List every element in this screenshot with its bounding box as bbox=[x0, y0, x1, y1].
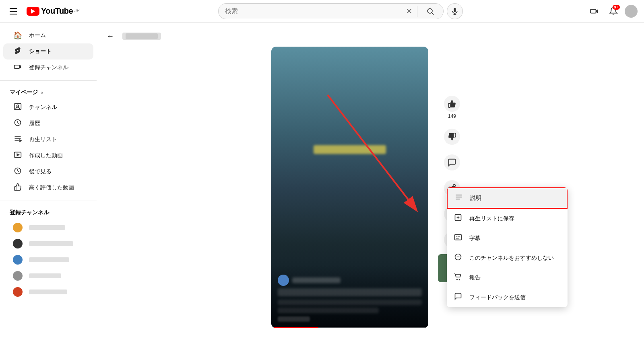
shorts-video-overlay bbox=[271, 265, 428, 328]
hamburger-menu-button[interactable] bbox=[6, 5, 20, 18]
sidebar-channel-1[interactable] bbox=[3, 220, 93, 236]
sidebar-channel-2[interactable] bbox=[3, 236, 93, 252]
shorts-progress-bar-container bbox=[271, 327, 428, 328]
channel-icon bbox=[13, 103, 23, 113]
shorts-watermark-text bbox=[314, 145, 386, 154]
like-icon bbox=[444, 96, 460, 112]
sidebar-channel-5[interactable] bbox=[3, 284, 93, 300]
user-avatar[interactable] bbox=[625, 5, 638, 18]
not-recommend-icon bbox=[453, 253, 463, 263]
sidebar-label-history: 履歴 bbox=[29, 120, 40, 127]
dropdown-item-subtitles[interactable]: 字幕 bbox=[447, 228, 568, 248]
shorts-player-wrapper: 149 bbox=[271, 47, 469, 328]
svg-marker-17 bbox=[17, 154, 19, 156]
voice-search-button[interactable] bbox=[447, 3, 463, 19]
sidebar-label-watch-later: 後で見る bbox=[29, 168, 52, 175]
comment-icon bbox=[444, 154, 460, 170]
shorts-video-player[interactable] bbox=[271, 47, 428, 328]
clear-search-button[interactable]: ✕ bbox=[401, 3, 417, 19]
sidebar-channel-3[interactable] bbox=[3, 252, 93, 268]
sidebar-channel-4[interactable] bbox=[3, 268, 93, 284]
sidebar-label-shorts: ショート bbox=[29, 48, 52, 55]
channel-avatar-3 bbox=[13, 255, 23, 265]
mypage-section-title[interactable]: マイページ › bbox=[0, 86, 97, 99]
dislike-icon bbox=[444, 129, 460, 145]
watch-later-icon bbox=[13, 167, 23, 177]
back-arrow-icon: ← bbox=[107, 32, 114, 41]
notification-badge: 9+ bbox=[613, 5, 620, 10]
sidebar-item-watch-later[interactable]: 後で見る bbox=[3, 164, 93, 180]
svg-point-0 bbox=[427, 8, 432, 13]
chevron-right-icon: › bbox=[41, 89, 43, 96]
youtube-logo-icon bbox=[27, 7, 39, 16]
channel-name-blur-2 bbox=[29, 241, 73, 246]
sidebar-item-home[interactable]: 🏠 ホーム bbox=[3, 27, 93, 43]
youtube-wordmark: YouTube bbox=[41, 6, 73, 16]
header-center: ✕ bbox=[95, 3, 586, 19]
subscriptions-section-title: 登録チャンネル bbox=[0, 206, 97, 220]
my-videos-icon bbox=[13, 151, 23, 161]
back-button[interactable]: ← bbox=[103, 29, 118, 43]
channel-name-blur-1 bbox=[29, 225, 65, 230]
dropdown-item-save-playlist[interactable]: 再生リストに保存 bbox=[447, 209, 568, 228]
logo-area[interactable]: YouTube JP bbox=[27, 6, 80, 16]
channel-avatar-4 bbox=[13, 271, 23, 281]
like-button[interactable]: 149 bbox=[441, 92, 463, 122]
svg-point-42 bbox=[457, 279, 458, 280]
svg-point-10 bbox=[17, 105, 19, 107]
header: YouTube JP ✕ bbox=[0, 0, 644, 23]
channel-avatar-2 bbox=[13, 239, 23, 248]
sidebar-label-channel: チャンネル bbox=[29, 104, 57, 111]
channel-name-blur-3 bbox=[29, 257, 69, 262]
channel-avatar-5 bbox=[13, 287, 23, 297]
sidebar-divider-2 bbox=[0, 201, 97, 201]
header-left: YouTube JP bbox=[6, 5, 95, 18]
sidebar: 🏠 ホーム ショート 登録チャンネル マイページ › チャンネル bbox=[0, 23, 97, 347]
home-icon: 🏠 bbox=[13, 31, 23, 40]
sidebar-item-shorts[interactable]: ショート bbox=[3, 43, 93, 60]
channel-avatar-1 bbox=[13, 223, 23, 232]
report-icon bbox=[453, 273, 463, 283]
save-playlist-icon bbox=[453, 214, 463, 224]
dropdown-item-description[interactable]: 説明 bbox=[447, 187, 568, 209]
sidebar-item-playlist[interactable]: 再生リスト bbox=[3, 131, 93, 148]
shorts-video-column bbox=[271, 47, 428, 328]
sidebar-item-channel[interactable]: チャンネル bbox=[3, 99, 93, 115]
channel-name-blur-4 bbox=[29, 273, 61, 278]
sidebar-item-my-videos[interactable]: 作成した動画 bbox=[3, 148, 93, 164]
dropdown-item-report[interactable]: 報告 bbox=[447, 268, 568, 287]
dropdown-item-not-recommend[interactable]: このチャンネルをおすすめしない bbox=[447, 248, 568, 268]
shorts-channel-name-blur bbox=[292, 277, 341, 283]
sidebar-item-liked[interactable]: 高く評価した動画 bbox=[3, 180, 93, 196]
dropdown-item-feedback[interactable]: フィードバックを送信 bbox=[447, 287, 568, 307]
feedback-icon bbox=[453, 292, 463, 302]
create-icon bbox=[590, 7, 599, 16]
create-button[interactable] bbox=[586, 3, 602, 19]
comment-button[interactable] bbox=[441, 151, 463, 174]
shorts-desc-blur-1 bbox=[278, 300, 422, 305]
sidebar-item-subscriptions[interactable]: 登録チャンネル bbox=[3, 60, 93, 76]
main-layout: 🏠 ホーム ショート 登録チャンネル マイページ › チャンネル bbox=[0, 23, 644, 347]
shorts-channel-avatar bbox=[278, 275, 289, 286]
dropdown-menu: 説明 再生リストに保存 字幕 bbox=[447, 187, 568, 307]
shorts-progress-indicator bbox=[271, 327, 318, 328]
dislike-button[interactable] bbox=[441, 125, 463, 148]
search-submit-button[interactable] bbox=[417, 3, 443, 19]
channel-name-blur-5 bbox=[29, 290, 67, 294]
like-count-label: 149 bbox=[448, 113, 456, 119]
sidebar-item-history[interactable]: 履歴 bbox=[3, 115, 93, 131]
description-icon bbox=[454, 193, 464, 203]
svg-line-1 bbox=[432, 12, 434, 14]
sidebar-label-liked: 高く評価した動画 bbox=[29, 184, 74, 191]
sidebar-label-subscriptions: 登録チャンネル bbox=[29, 64, 68, 71]
liked-icon bbox=[13, 183, 23, 193]
svg-point-21 bbox=[453, 185, 456, 187]
header-right: 9+ bbox=[586, 3, 638, 19]
shorts-container: 149 bbox=[97, 23, 644, 347]
notifications-button[interactable]: 9+ bbox=[605, 3, 621, 19]
sidebar-divider-1 bbox=[0, 80, 97, 81]
svg-rect-5 bbox=[590, 9, 596, 13]
shorts-channel-row bbox=[278, 275, 422, 286]
search-input[interactable] bbox=[219, 8, 401, 15]
shorts-hashtag-blur bbox=[278, 316, 310, 322]
